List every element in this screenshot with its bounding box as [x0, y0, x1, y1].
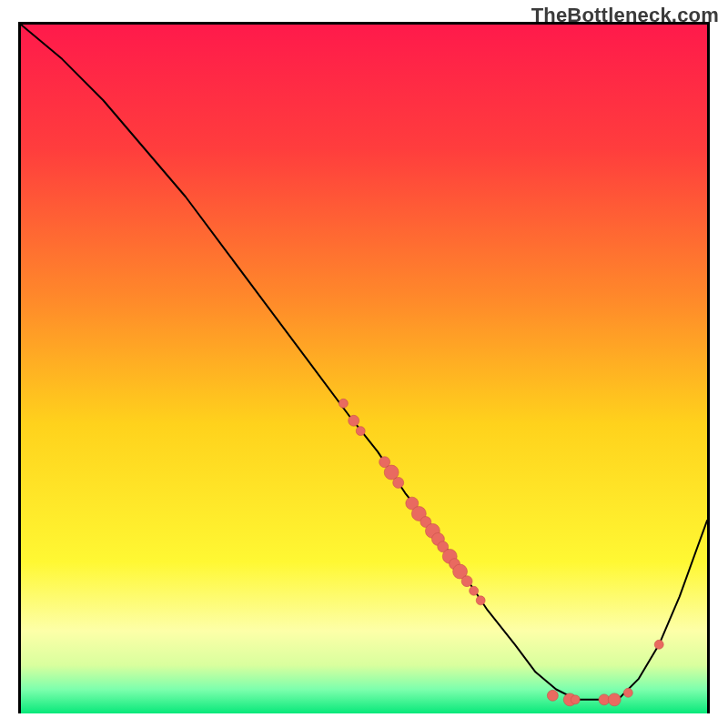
watermark-text: TheBottleneck.com	[531, 4, 719, 27]
curve-marker	[571, 695, 580, 704]
gradient-background	[21, 25, 707, 713]
chart-stage: TheBottleneck.com	[0, 0, 728, 728]
curve-marker	[470, 586, 479, 595]
curve-marker	[461, 576, 472, 587]
curve-marker	[547, 690, 558, 701]
curve-marker	[654, 640, 663, 649]
curve-marker	[339, 399, 348, 408]
plot-area	[18, 22, 710, 713]
curve-marker	[608, 693, 621, 706]
curve-marker	[393, 477, 404, 488]
curve-marker	[356, 427, 365, 436]
curve-marker	[476, 596, 485, 605]
chart-svg	[21, 25, 707, 713]
curve-marker	[349, 415, 359, 426]
curve-marker	[623, 688, 632, 697]
